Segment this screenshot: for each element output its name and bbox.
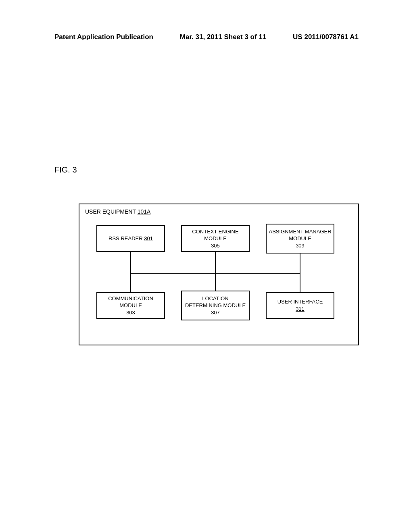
module-user-interface: USER INTERFACE 311 (266, 292, 334, 319)
module-label: LOCATION DETERMINING MODULE (184, 295, 247, 309)
module-label: COMMUNICATION MODULE (99, 295, 163, 309)
connector-line (300, 273, 300, 292)
module-location-determining: LOCATION DETERMINING MODULE 307 (181, 291, 250, 320)
module-rss-reader: RSS READER 301 (96, 225, 165, 252)
page-header: Patent Application Publication Mar. 31, … (0, 33, 413, 41)
module-ref: 309 (296, 242, 305, 249)
module-ref: 301 (144, 235, 153, 241)
module-ref: 307 (211, 309, 220, 316)
user-equipment-container: USER EQUIPMENT 101A RSS READER 301 CONTE… (79, 204, 359, 345)
module-context-engine: CONTEXT ENGINE MODULE 305 (181, 225, 250, 252)
module-label: CONTEXT ENGINE MODULE (184, 228, 247, 242)
module-ref: 311 (296, 305, 305, 313)
container-title-ref: 101A (138, 208, 151, 215)
connector-line (130, 252, 131, 274)
connector-line (300, 254, 300, 274)
module-assignment-manager: ASSIGNMENT MANAGER MODULE 309 (266, 224, 334, 254)
figure-label: FIG. 3 (54, 165, 77, 175)
container-title-text: USER EQUIPMENT (85, 208, 136, 215)
module-label: USER INTERFACE (277, 298, 323, 305)
module-communication: COMMUNICATION MODULE 303 (96, 292, 165, 319)
header-date-sheet: Mar. 31, 2011 Sheet 3 of 11 (180, 33, 267, 41)
container-title: USER EQUIPMENT 101A (85, 208, 150, 215)
connector-line (215, 252, 216, 274)
header-pub-number: US 2011/0078761 A1 (293, 33, 359, 41)
header-publication: Patent Application Publication (54, 33, 153, 41)
module-ref: 303 (126, 309, 135, 316)
connector-line (215, 273, 216, 291)
module-ref: 305 (211, 242, 220, 249)
module-label: ASSIGNMENT MANAGER MODULE (268, 228, 332, 242)
connector-line (130, 273, 131, 292)
module-label: RSS READER (108, 235, 143, 241)
